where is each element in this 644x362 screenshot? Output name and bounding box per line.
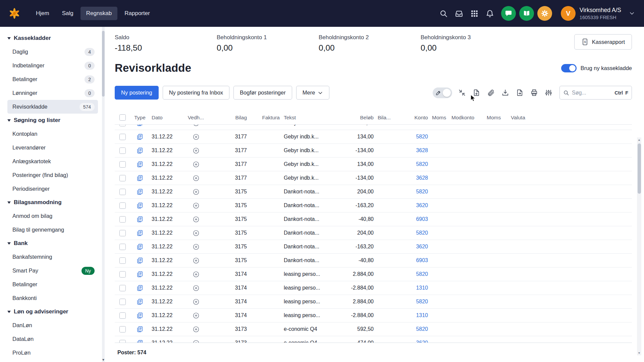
konto-link[interactable]: 5820 [416,230,428,236]
row-checkbox[interactable] [119,257,126,264]
sidebar-item[interactable]: Kontoplan [7,127,98,141]
table-row[interactable]: 31.12.22 3174 leasing perso... -2.884,00… [115,281,632,295]
sidebar-item[interactable]: Indbetalinger 0 [7,59,98,72]
row-checkbox[interactable] [119,285,126,291]
e-conomic-logo-icon[interactable] [7,6,21,20]
table-row[interactable]: 31.12.22 3174 leasing perso... 2.884,00 … [115,267,632,281]
table-row[interactable]: 31.12.22 3177 Gebyr indb.k... 134,00 582… [115,130,632,144]
konto-link[interactable]: 3628 [416,125,428,126]
column-header[interactable]: Modkonto [449,115,485,121]
column-header[interactable]: Bilag [211,115,249,121]
select-all-checkbox[interactable] [119,114,126,121]
add-attachment-icon[interactable] [193,147,200,154]
sidebar-scroll-down-icon[interactable]: ▾ [101,357,106,362]
konto-link[interactable]: 3628 [416,147,428,153]
search-input[interactable] [572,90,612,96]
download-icon[interactable] [500,88,510,98]
collapse-rows-icon[interactable] [457,88,467,98]
table-scrollbar-thumb[interactable] [638,143,641,194]
konto-link[interactable]: 5820 [416,299,428,304]
add-attachment-icon[interactable] [193,285,200,292]
add-attachment-icon[interactable] [193,257,200,264]
sidebar-item[interactable]: Smart Pay Ny [7,264,98,278]
table-row[interactable]: 31.12.22 3174 leasing perso... 2.884,00 … [115,295,632,309]
sidebar-scrollbar[interactable]: ▾ [102,27,105,362]
column-header[interactable]: Faktura [249,115,282,121]
add-attachment-icon[interactable] [193,271,200,278]
konto-link[interactable]: 5820 [416,161,428,167]
table-row[interactable]: 31.12.22 3174 leasing perso... -2.884,00… [115,309,632,322]
sidebar-item[interactable]: Leverandører [7,141,98,155]
sidebar-item[interactable]: Posteringer (find bilag) [7,168,98,182]
table-row[interactable]: 31.12.22 3175 Dankort-nota... -163,20 36… [115,199,632,213]
sidebar-item[interactable]: Anlægskartotek [7,155,98,168]
search-icon[interactable] [436,6,451,21]
sidebar-item[interactable]: Betalinger [7,278,98,291]
add-attachment-icon[interactable] [193,216,200,223]
sidebar-section-header[interactable]: Bank [7,237,98,250]
add-attachment-icon[interactable] [193,175,200,182]
table-row[interactable]: 31.12.22 3175 Dankort-nota... 204,00 582… [115,226,632,240]
sidebar-section-header[interactable]: Bilagsanmodning [7,196,98,209]
add-attachment-icon[interactable] [193,202,200,209]
table-row[interactable]: 31.12.22 3175 Dankort-nota... -163,20 36… [115,240,632,254]
new-kassekladde-toggle[interactable] [561,64,577,72]
sidebar-item[interactable]: Lønninger 0 [7,86,98,100]
row-checkbox[interactable] [119,326,126,333]
table-scrollbar[interactable]: ▲ ▼ [637,137,641,355]
sidebar-scrollbar-thumb[interactable] [102,31,105,97]
sidebar-item[interactable]: DataLøn [7,332,98,346]
inbox-icon[interactable] [451,6,467,21]
kasserapport-button[interactable]: $ Kasserapport [574,34,632,50]
toolbar-button[interactable]: Mere [296,86,330,100]
konto-link[interactable]: 5820 [416,271,428,277]
sidebar-section-header[interactable]: Søgning og lister [7,114,98,127]
sidebar-item[interactable]: Daglig 4 [7,45,98,59]
add-attachment-icon[interactable] [193,326,200,333]
account-menu[interactable]: V Virksomhed A/S 1605339 FRESH [561,6,635,21]
row-checkbox[interactable] [119,340,126,343]
toolbar-button[interactable]: Ny postering [115,86,159,100]
row-checkbox[interactable] [119,189,126,195]
row-checkbox[interactable] [119,271,126,278]
column-header[interactable]: Moms [485,115,509,121]
sidebar-section-header[interactable]: Løn og adviseringer [7,305,98,318]
column-settings-icon[interactable] [544,88,553,98]
edit-mode-toggle[interactable] [433,87,452,98]
table-row[interactable]: 31.12.22 3173 e-conomic Q4 592,50 5820 [115,322,632,336]
sidebar-item[interactable]: Periodiseringer [7,182,98,196]
row-checkbox[interactable] [119,147,126,154]
column-header[interactable] [115,114,130,121]
add-attachment-icon[interactable] [193,243,200,250]
table-row[interactable]: 31.12.22 3177 Gebyr indb.k... -134,00 36… [115,144,632,158]
nav-item[interactable]: Hjem [30,7,55,20]
add-attachment-icon[interactable] [193,298,200,305]
row-checkbox[interactable] [119,202,126,209]
toolbar-button[interactable]: Bogfør posteringer [233,86,292,100]
row-checkbox[interactable] [119,230,126,236]
sidebar-item[interactable]: Bilag til gennemgang [7,223,98,237]
konto-link[interactable]: 5820 [416,134,428,139]
konto-link[interactable]: 3628 [416,175,428,181]
apps-grid-icon[interactable] [467,6,482,21]
notifications-bell-icon[interactable] [482,6,498,21]
column-header[interactable]: Konto [396,115,430,121]
table-row[interactable]: 31.12.22 3177 Gebyr indb.k... -134,00 36… [115,171,632,185]
column-header[interactable]: Dato [150,115,180,121]
column-header[interactable]: Moms [430,115,449,121]
konto-link[interactable]: 3620 [416,244,428,249]
sidebar-item[interactable]: Bankafstemning [7,250,98,264]
add-attachment-icon[interactable] [193,230,200,237]
add-attachment-icon[interactable] [193,161,200,168]
konto-link[interactable]: 6903 [416,257,428,263]
sidebar-item[interactable]: Anmod om bilag [7,209,98,223]
row-checkbox[interactable] [119,161,126,168]
toolbar-button[interactable]: Ny postering fra Inbox [163,86,229,100]
support-chat-icon[interactable] [501,6,516,21]
konto-link[interactable]: 5820 [416,189,428,194]
sidebar-item[interactable]: ProLøn [7,346,98,360]
attachment-icon[interactable] [486,88,495,98]
add-attachment-icon[interactable] [193,312,200,319]
settings-gear-icon[interactable] [537,6,552,21]
column-header[interactable]: Tekst [282,115,339,121]
